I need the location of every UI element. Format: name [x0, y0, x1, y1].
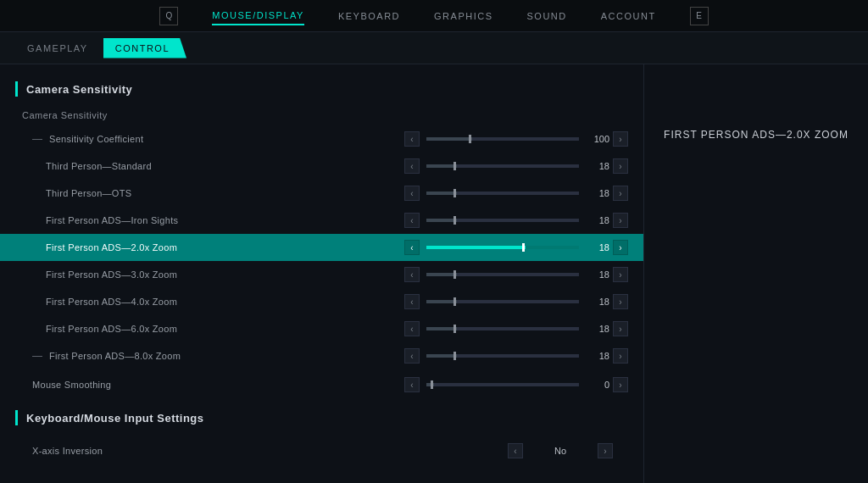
value-fp-2x: 18 — [586, 242, 609, 253]
value-fp-iron: 18 — [586, 215, 609, 225]
label-mouse-smoothing: Mouse Smoothing — [32, 380, 404, 390]
arrow-left-tps[interactable]: ‹ — [404, 158, 420, 174]
arrow-left-mouse-smooth[interactable]: ‹ — [404, 377, 420, 392]
slider-fp-8x[interactable] — [426, 354, 579, 358]
control-fp-4x: ‹ 18 › — [404, 294, 628, 309]
label-sensitivity-coefficient: Sensitivity Coefficient — [49, 134, 404, 144]
top-navigation: Q MOUSE/DISPLAY KEYBOARD GRAPHICS SOUND … — [0, 0, 868, 32]
control-mouse-smoothing: ‹ 0 › — [404, 377, 628, 392]
nav-graphics[interactable]: GRAPHICS — [434, 8, 492, 25]
q-icon[interactable]: Q — [159, 7, 178, 25]
arrow-left-fp-3x[interactable]: ‹ — [404, 267, 420, 282]
arrow-left-fp-8x[interactable]: ‹ — [404, 348, 420, 364]
value-fp-6x: 18 — [586, 324, 609, 334]
control-fp-8x: ‹ 18 › — [404, 348, 628, 364]
row-fp-3x-zoom: First Person ADS—3.0x Zoom ‹ 18 › — [0, 261, 643, 288]
nav-keyboard[interactable]: KEYBOARD — [338, 8, 400, 25]
row-fp-8x-zoom: First Person ADS—8.0x Zoom ‹ 18 › — [0, 342, 643, 369]
tab-control[interactable]: CONTROL — [103, 38, 186, 58]
label-fp-iron-sights: First Person ADS—Iron Sights — [46, 215, 404, 225]
camera-sensitivity-header: Camera Sensitivity — [0, 78, 643, 105]
section-bar — [15, 410, 18, 425]
arrow-right-fp-3x[interactable]: › — [613, 267, 628, 282]
arrow-left-sensitivity[interactable]: ‹ — [404, 131, 420, 147]
arrow-right-fp-2x[interactable]: › — [613, 240, 628, 255]
arrow-left-fp-2x[interactable]: ‹ — [404, 240, 420, 255]
control-third-standard: ‹ 18 › — [404, 158, 628, 174]
slider-tps[interactable] — [426, 164, 579, 168]
settings-panel: Camera Sensitivity Camera Sensitivity Se… — [0, 64, 644, 483]
arrow-left-tpots[interactable]: ‹ — [404, 186, 420, 201]
row-fp-6x-zoom: First Person ADS—6.0x Zoom ‹ 18 › — [0, 315, 643, 342]
slider-fp-6x[interactable] — [426, 327, 579, 330]
camera-sensitivity-title: Camera Sensitivity — [26, 83, 132, 96]
label-x-axis-inversion: X-axis Inversion — [32, 446, 492, 456]
arrow-left-fp-6x[interactable]: ‹ — [404, 321, 420, 336]
nav-sound[interactable]: SOUND — [527, 8, 567, 25]
keyboard-input-header: Keyboard/Mouse Input Settings — [0, 407, 643, 434]
arrow-right-tps[interactable]: › — [613, 158, 628, 174]
slider-fp-2x[interactable] — [426, 246, 579, 249]
label-fp-2x-zoom: First Person ADS—2.0x Zoom — [46, 242, 404, 253]
row-x-axis-inversion: X-axis Inversion ‹ No › — [0, 437, 643, 464]
slider-sensitivity[interactable] — [426, 137, 579, 141]
control-fp-3x: ‹ 18 › — [404, 267, 628, 282]
arrow-right-tpots[interactable]: › — [613, 186, 628, 201]
slider-fp-3x[interactable] — [426, 273, 579, 276]
value-x-axis: No — [526, 446, 594, 456]
label-fp-3x-zoom: First Person ADS—3.0x Zoom — [46, 269, 404, 280]
slider-fp-4x[interactable] — [426, 300, 579, 303]
right-panel-title: FIRST PERSON ADS—2.0X ZOOM — [664, 129, 849, 141]
arrow-right-fp-6x[interactable]: › — [613, 321, 628, 336]
arrow-right-fp-8x[interactable]: › — [613, 348, 628, 364]
row-fp-iron-sights: First Person ADS—Iron Sights ‹ 18 › — [0, 207, 643, 234]
value-mouse-smooth: 0 — [586, 380, 609, 390]
control-x-axis: ‹ No › — [492, 443, 628, 458]
slider-fp-iron[interactable] — [426, 219, 579, 222]
row-fp-2x-zoom: First Person ADS—2.0x Zoom ‹ 18 › — [0, 234, 643, 261]
e-icon[interactable]: E — [690, 7, 709, 25]
slider-mouse-smooth[interactable] — [426, 383, 579, 386]
arrow-left-fp-4x[interactable]: ‹ — [404, 294, 420, 309]
arrow-right-sensitivity[interactable]: › — [613, 131, 628, 147]
value-tps: 18 — [586, 161, 609, 171]
arrow-right-x-axis[interactable]: › — [598, 443, 613, 458]
row-sensitivity-coefficient: Sensitivity Coefficient ‹ 100 › — [0, 125, 643, 153]
control-fp-2x: ‹ 18 › — [404, 240, 628, 255]
control-sensitivity-coefficient: ‹ 100 › — [404, 131, 628, 147]
slider-tpots[interactable] — [426, 192, 579, 195]
arrow-left-fp-iron[interactable]: ‹ — [404, 213, 420, 228]
right-panel: FIRST PERSON ADS—2.0X ZOOM — [644, 64, 868, 483]
row-fp-4x-zoom: First Person ADS—4.0x Zoom ‹ 18 › — [0, 288, 643, 315]
label-fp-4x-zoom: First Person ADS—4.0x Zoom — [46, 297, 404, 307]
row-third-person-standard: Third Person—Standard ‹ 18 › — [0, 153, 643, 180]
row-mouse-smoothing: Mouse Smoothing ‹ 0 › — [0, 371, 643, 398]
control-fp-6x: ‹ 18 › — [404, 321, 628, 336]
value-fp-8x: 18 — [586, 351, 609, 361]
value-tpots: 18 — [586, 188, 609, 198]
arrow-right-fp-4x[interactable]: › — [613, 294, 628, 309]
dash — [32, 356, 42, 357]
tab-gameplay[interactable]: GAMEPLAY — [15, 38, 100, 58]
section-bar — [15, 81, 18, 97]
value-fp-4x: 18 — [586, 297, 609, 307]
control-fp-iron: ‹ 18 › — [404, 213, 628, 228]
tab-bar: GAMEPLAY CONTROL — [0, 32, 868, 64]
row-third-person-ots: Third Person—OTS ‹ 18 › — [0, 180, 643, 207]
nav-mouse-display[interactable]: MOUSE/DISPLAY — [212, 7, 304, 25]
keyboard-input-title: Keyboard/Mouse Input Settings — [26, 412, 204, 425]
control-tpots: ‹ 18 › — [404, 186, 628, 201]
arrow-right-fp-iron[interactable]: › — [613, 213, 628, 228]
label-third-person-standard: Third Person—Standard — [46, 161, 404, 171]
dash — [32, 139, 42, 140]
value-fp-3x: 18 — [586, 269, 609, 280]
main-content: Camera Sensitivity Camera Sensitivity Se… — [0, 64, 868, 483]
label-fp-6x-zoom: First Person ADS—6.0x Zoom — [46, 324, 404, 334]
label-third-person-ots: Third Person—OTS — [46, 188, 404, 198]
label-fp-8x-zoom: First Person ADS—8.0x Zoom — [49, 351, 404, 361]
arrow-right-mouse-smooth[interactable]: › — [613, 377, 628, 392]
nav-account[interactable]: ACCOUNT — [601, 8, 656, 25]
camera-sensitivity-subsection: Camera Sensitivity — [0, 108, 643, 125]
arrow-left-x-axis[interactable]: ‹ — [508, 443, 523, 458]
value-sensitivity: 100 — [586, 134, 609, 144]
